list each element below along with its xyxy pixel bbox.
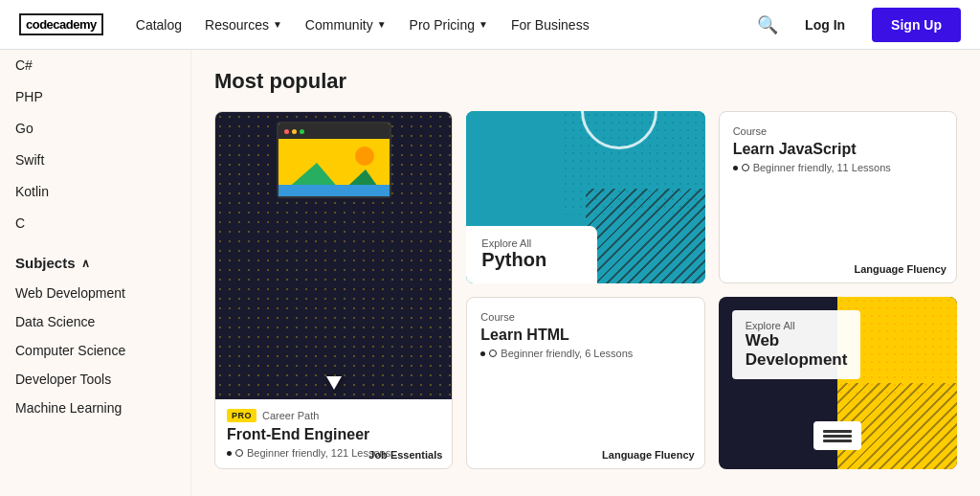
html-title: Learn HTML <box>480 327 690 344</box>
sidebar-lang-c[interactable]: C <box>15 208 190 239</box>
html-tag: Language Fluency <box>602 449 695 461</box>
webdev-line <box>823 430 852 433</box>
chevron-down-icon: ▼ <box>479 19 488 30</box>
main-layout: C# PHP Go Swift Kotlin C Subjects ∧ Web … <box>0 50 980 496</box>
sidebar-subject-webdev[interactable]: Web Development <box>15 279 190 307</box>
html-meta: Beginner friendly, 6 Lessons <box>480 348 690 359</box>
subjects-header: Subjects ∧ <box>15 239 190 279</box>
fe-cursor <box>326 376 342 390</box>
python-stripe <box>586 189 705 283</box>
fe-dot-green <box>300 129 304 134</box>
logo-code: code <box>26 17 53 32</box>
bullet-circle-icon <box>235 449 243 457</box>
html-type: Course <box>480 311 514 323</box>
card-webdev[interactable]: Explore All Web Development <box>719 297 957 469</box>
sidebar-subject-ml[interactable]: Machine Learning <box>15 394 190 422</box>
nav-catalog[interactable]: Catalog <box>126 11 191 38</box>
fe-dot-yellow <box>292 129 297 134</box>
webdev-line <box>823 435 852 438</box>
fe-screen <box>278 139 390 196</box>
sidebar-lang-go[interactable]: Go <box>15 113 190 145</box>
card-python[interactable]: Explore All Python <box>466 111 704 283</box>
frontend-title: Front-End Engineer <box>227 426 440 443</box>
fe-water <box>278 185 390 196</box>
python-title: Python <box>481 249 582 271</box>
sidebar-subject-cs[interactable]: Computer Science <box>15 336 190 365</box>
js-meta: Beginner friendly, 11 Lessons <box>733 162 943 173</box>
sidebar-lang-csharp[interactable]: C# <box>15 50 190 81</box>
js-badge: Course <box>733 125 943 137</box>
navbar: codecademy Catalog Resources▼ Community▼… <box>0 0 980 50</box>
logo-cademy: cademy <box>53 17 96 32</box>
bullet-dot-icon <box>480 351 485 356</box>
fe-browser-bar <box>278 124 390 139</box>
search-icon[interactable]: 🔍 <box>757 14 778 35</box>
signup-button[interactable]: Sign Up <box>872 8 961 42</box>
frontend-illustration <box>215 112 452 399</box>
bullet-dot-icon <box>227 451 232 456</box>
chevron-down-icon: ▼ <box>273 19 282 30</box>
webdev-title: Web Development <box>746 331 848 370</box>
webdev-text-box: Explore All Web Development <box>732 310 861 379</box>
login-button[interactable]: Log In <box>790 10 860 40</box>
card-html[interactable]: Course Learn HTML Beginner friendly, 6 L… <box>466 297 704 469</box>
sidebar-lang-kotlin[interactable]: Kotlin <box>15 176 190 208</box>
webdev-line <box>823 440 852 442</box>
chevron-down-icon: ▼ <box>377 19 387 30</box>
nav-resources[interactable]: Resources▼ <box>195 11 292 38</box>
main-content: Most popular Explore All Python <box>191 50 980 496</box>
js-type: Course <box>733 125 767 137</box>
sidebar-subject-devtools[interactable]: Developer Tools <box>15 365 190 394</box>
nav-community[interactable]: Community▼ <box>296 11 396 38</box>
bullet-circle-icon <box>742 164 749 171</box>
fe-dot-red <box>284 129 289 134</box>
section-title: Most popular <box>214 69 957 94</box>
bullet-dot-icon <box>733 166 738 170</box>
js-title: Learn JavaScript <box>733 141 943 158</box>
html-badge: Course <box>480 311 690 323</box>
card-grid: Explore All Python <box>214 111 957 469</box>
webdev-icon <box>813 421 861 450</box>
js-tag: Language Fluency <box>854 263 947 275</box>
python-text-box: Explore All Python <box>466 226 597 283</box>
nav-pro-pricing[interactable]: Pro Pricing▼ <box>400 11 498 38</box>
js-top: Course Learn JavaScript Beginner friendl… <box>720 112 956 173</box>
frontend-type: Career Path <box>262 410 319 421</box>
fe-sun <box>355 147 374 166</box>
webdev-explore-label: Explore All <box>746 320 848 331</box>
pro-badge: PRO <box>227 409 256 422</box>
card-javascript[interactable]: Course Learn JavaScript Beginner friendl… <box>719 111 957 283</box>
frontend-badge: PRO Career Path <box>227 409 440 422</box>
card-frontend[interactable]: PRO Career Path Front-End Engineer Begin… <box>214 111 453 469</box>
sidebar-lang-swift[interactable]: Swift <box>15 145 190 176</box>
sidebar-subject-datascience[interactable]: Data Science <box>15 307 190 336</box>
sidebar: C# PHP Go Swift Kotlin C Subjects ∧ Web … <box>0 50 191 496</box>
fe-browser <box>277 122 391 198</box>
nav-for-business[interactable]: For Business <box>501 11 599 38</box>
python-explore-label: Explore All <box>481 237 582 249</box>
bullet-circle-icon <box>489 349 497 357</box>
html-top: Course Learn HTML Beginner friendly, 6 L… <box>467 298 703 359</box>
frontend-tag: Job Essentials <box>368 449 442 461</box>
nav-right: 🔍 Log In Sign Up <box>757 8 961 42</box>
chevron-up-icon: ∧ <box>81 257 90 270</box>
nav-links: Catalog Resources▼ Community▼ Pro Pricin… <box>126 11 757 38</box>
sidebar-lang-php[interactable]: PHP <box>15 81 190 113</box>
webdev-lines <box>823 428 852 444</box>
logo[interactable]: codecademy <box>19 13 103 35</box>
